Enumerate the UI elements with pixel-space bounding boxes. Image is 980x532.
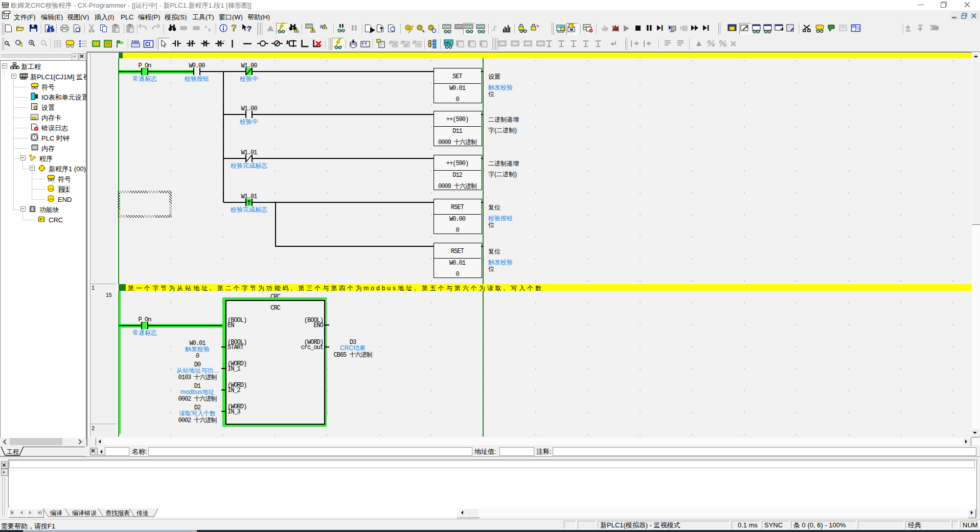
svg-text:HC: HC [445,40,451,45]
svg-text:?: ? [231,23,237,33]
svg-text:F: F [40,217,42,222]
svg-text:A: A [204,25,208,29]
svg-text:002: 002 [857,28,861,31]
svg-text:CI: CI [145,41,150,47]
svg-text:001: 001 [852,25,856,28]
svg-text:SMA: SMA [131,40,140,43]
svg-text:?: ? [247,24,252,33]
svg-text:B: B [208,28,211,32]
